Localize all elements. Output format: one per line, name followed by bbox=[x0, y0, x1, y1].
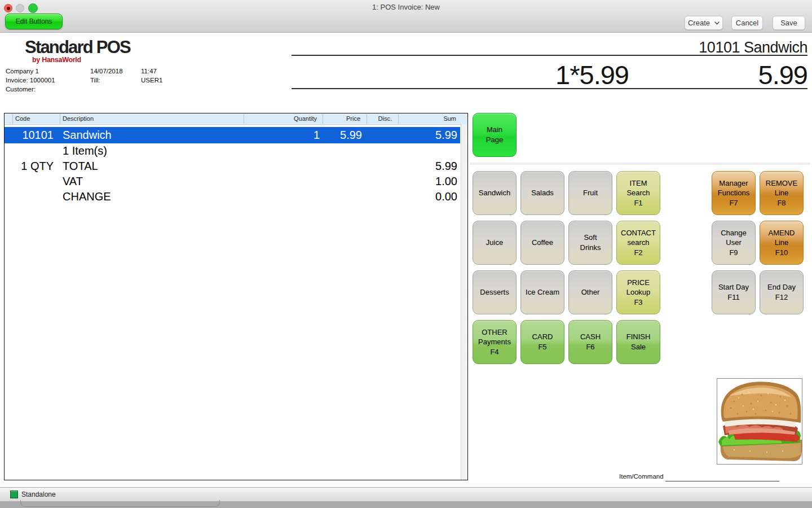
summary-qty: 1 QTY bbox=[5, 159, 54, 174]
keypad-button-fruit[interactable]: Fruit bbox=[568, 171, 612, 215]
create-button[interactable]: Create bbox=[685, 16, 723, 30]
save-button[interactable]: Save bbox=[773, 16, 805, 30]
table-row-selected[interactable]: 10101 Sandwich 1 5.99 5.99 bbox=[5, 127, 460, 143]
cancel-button[interactable]: Cancel bbox=[731, 16, 763, 30]
column-header-disc[interactable]: Disc. bbox=[367, 115, 392, 122]
keypad-button-remove-line[interactable]: REMOVE Line F8 bbox=[760, 171, 804, 215]
table-header: Code Description Quantity Price Disc. Su… bbox=[5, 113, 467, 125]
invoice-date: 14/07/2018 bbox=[90, 68, 123, 75]
item-command-input[interactable] bbox=[665, 473, 779, 481]
sandwich-photo bbox=[717, 379, 802, 464]
customer-label: Customer: bbox=[6, 86, 36, 93]
chevron-down-icon bbox=[714, 21, 720, 25]
cancel-label: Cancel bbox=[736, 19, 758, 27]
display-entry: 1*5.99 bbox=[555, 59, 629, 90]
keypad-button-other[interactable]: Other bbox=[568, 270, 612, 314]
window-title: 1: POS Invoice: New bbox=[0, 3, 812, 11]
cell-quantity: 1 bbox=[244, 127, 320, 143]
table-scrollbar[interactable] bbox=[461, 124, 467, 480]
edit-buttons-label: Edit Buttons bbox=[16, 17, 52, 25]
app-logo-subtitle: by HansaWorld bbox=[32, 56, 81, 64]
display-amount: 5.99 bbox=[758, 59, 807, 90]
create-label: Create bbox=[688, 19, 710, 27]
statusbar: Standalone bbox=[0, 487, 812, 501]
keypad-button-end-day[interactable]: End Day F12 bbox=[760, 270, 804, 314]
column-header-price[interactable]: Price bbox=[323, 115, 360, 122]
summary-row-vat: VAT 1.00 bbox=[5, 174, 460, 189]
save-label: Save bbox=[780, 19, 797, 27]
till-label: Till: bbox=[90, 77, 100, 84]
edit-buttons-button[interactable]: Edit Buttons bbox=[5, 14, 63, 29]
summary-row-total: 1 QTY TOTAL 5.99 bbox=[5, 159, 460, 174]
cell-sum: 5.99 bbox=[367, 127, 457, 143]
zoom-window-icon[interactable] bbox=[28, 3, 38, 13]
invoice-number: Invoice: 1000001 bbox=[6, 77, 55, 84]
keypad-button-cash[interactable]: CASH F6 bbox=[568, 320, 612, 364]
background-window-edge bbox=[20, 500, 220, 507]
column-header-sum[interactable]: Sum bbox=[398, 115, 456, 122]
display-divider-top bbox=[292, 55, 807, 56]
cell-price: 5.99 bbox=[323, 127, 362, 143]
keypad-button-contact-search[interactable]: CONTACT search F2 bbox=[616, 221, 660, 265]
connection-status-icon bbox=[10, 491, 18, 498]
keypad-button-ice-cream[interactable]: Ice Cream bbox=[520, 270, 564, 314]
keypad-button-amend-line[interactable]: AMEND Line F10 bbox=[760, 221, 804, 265]
close-window-icon[interactable] bbox=[4, 4, 12, 12]
connection-status-label: Standalone bbox=[21, 491, 56, 498]
cell-description: Sandwich bbox=[63, 127, 112, 143]
keypad-divider bbox=[470, 163, 810, 165]
pos-window: 1: POS Invoice: New Edit Buttons Create … bbox=[0, 0, 812, 508]
display-item-name: 10101 Sandwich bbox=[699, 39, 807, 56]
keypad-button-sandwich[interactable]: Sandwich bbox=[473, 171, 517, 215]
item-photo-frame bbox=[717, 378, 802, 465]
invoice-table: Code Description Quantity Price Disc. Su… bbox=[4, 113, 468, 480]
column-header-quantity[interactable]: Quantity bbox=[244, 115, 317, 122]
invoice-time: 11:47 bbox=[141, 68, 157, 75]
display-divider-bottom bbox=[292, 88, 807, 89]
app-logo: Standard POS bbox=[25, 37, 130, 58]
column-separator bbox=[60, 114, 60, 124]
summary-value: 1.00 bbox=[367, 174, 457, 189]
summary-label: CHANGE bbox=[63, 189, 111, 204]
keypad-button-change-user[interactable]: Change User F9 bbox=[712, 221, 756, 265]
item-command-label: Item/Command bbox=[619, 473, 664, 480]
keypad-grid: Sandwich Salads Fruit ITEM Search F1 Jui… bbox=[473, 171, 660, 364]
summary-value: 5.99 bbox=[367, 159, 457, 174]
keypad-button-desserts[interactable]: Desserts bbox=[473, 270, 517, 314]
column-header-code[interactable]: Code bbox=[15, 115, 30, 122]
function-grid: Manager Functions F7 REMOVE Line F8 Chan… bbox=[712, 171, 804, 314]
summary-value: 0.00 bbox=[367, 189, 457, 204]
summary-label: TOTAL bbox=[63, 159, 98, 174]
company-name: Company 1 bbox=[6, 68, 39, 75]
keypad-button-start-day[interactable]: Start Day F11 bbox=[712, 270, 756, 314]
keypad-button-item-search[interactable]: ITEM Search F1 bbox=[616, 171, 660, 215]
keypad-button-card[interactable]: CARD F5 bbox=[520, 320, 564, 364]
keypad-button-finish-sale[interactable]: FINISH Sale bbox=[616, 320, 660, 364]
keypad-button-salads[interactable]: Salads bbox=[520, 171, 564, 215]
summary-row-change: CHANGE 0.00 bbox=[5, 189, 460, 204]
keypad-button-soft-drinks[interactable]: Soft Drinks bbox=[568, 221, 612, 265]
till-user: USER1 bbox=[141, 77, 162, 84]
summary-label: 1 Item(s) bbox=[63, 143, 107, 159]
summary-label: VAT bbox=[63, 174, 83, 189]
minimize-window-icon[interactable] bbox=[16, 4, 24, 12]
titlebar: 1: POS Invoice: New Edit Buttons Create … bbox=[0, 0, 812, 33]
keypad-button-other-payments[interactable]: OTHER Payments F4 bbox=[473, 320, 517, 364]
keypad-button-manager-functions[interactable]: Manager Functions F7 bbox=[712, 171, 756, 215]
column-header-description[interactable]: Description bbox=[63, 115, 94, 122]
column-separator bbox=[12, 114, 13, 124]
summary-row-items: 1 Item(s) bbox=[5, 143, 460, 159]
keypad-button-price-lookup[interactable]: PRICE Lookup F3 bbox=[616, 270, 660, 314]
cell-code: 10101 bbox=[5, 127, 54, 143]
keypad-button-main-page[interactable]: Main Page bbox=[473, 113, 517, 157]
keypad-button-coffee[interactable]: Coffee bbox=[520, 221, 564, 265]
keypad-button-juice[interactable]: Juice bbox=[473, 221, 517, 265]
